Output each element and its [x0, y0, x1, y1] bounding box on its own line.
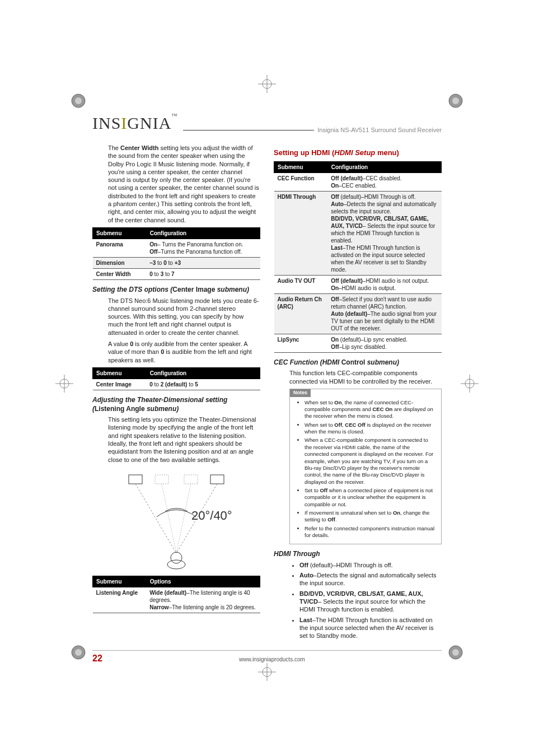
brand-logo: INSIGNIA™ — [92, 112, 177, 134]
page-number: 22 — [92, 653, 102, 665]
doc-title: Insignia NS-AV511 Surround Sound Receive… — [317, 126, 442, 134]
table-row-value: Off (default)–HDMI audio is not output.O… — [327, 275, 441, 293]
table-row-key: Center Width — [93, 268, 147, 279]
table-row-key: HDMI Through — [274, 191, 328, 275]
dts-paragraph-2: A value 0 is only audible from the cente… — [108, 340, 260, 364]
table-row-key: Center Image — [93, 379, 147, 390]
crop-mark — [442, 87, 470, 118]
config-table-hdmi: SubmenuConfiguration CEC FunctionOff (de… — [274, 161, 442, 353]
th-config: Configuration — [146, 227, 260, 239]
dts-paragraph-1: The DTS Neo:6 Music listening mode lets … — [108, 297, 260, 337]
registration-mark — [53, 372, 76, 395]
table-row-value: Off (default)–HDMI Through is off.Auto–D… — [327, 191, 441, 275]
svg-point-19 — [452, 649, 459, 656]
svg-rect-25 — [184, 475, 198, 484]
notes-item: When set to On, the name of connected CE… — [305, 399, 435, 420]
footer-url: www.insigniaproducts.com — [239, 656, 305, 663]
svg-point-15 — [452, 97, 459, 104]
table-row-key: LipSync — [274, 334, 328, 352]
listening-angle-diagram: 20°/40° — [118, 469, 235, 570]
svg-point-17 — [75, 649, 82, 656]
config-table-centerimage: SubmenuConfiguration Center Image0 to 2 … — [92, 367, 260, 390]
notes-item: Refer to the connected component's instr… — [305, 525, 435, 539]
svg-rect-24 — [155, 475, 168, 484]
notes-item: Set to Off when a connected piece of equ… — [305, 487, 435, 508]
table-row-key: Panorama — [93, 239, 147, 257]
table-row-value: 0 to 3 to 7 — [146, 268, 260, 279]
th-submenu: Submenu — [93, 227, 147, 239]
svg-point-29 — [167, 560, 185, 569]
heading-cec-function: CEC Function (HDMI Control submenu) — [274, 358, 442, 367]
notes-item: If movement is unnatural when set to On,… — [305, 510, 435, 524]
table-row-key: Listening Angle — [93, 587, 147, 613]
table-row-key: Dimension — [93, 257, 147, 268]
svg-rect-21 — [210, 475, 224, 484]
crop-mark — [442, 638, 470, 669]
config-table-panorama: SubmenuConfiguration PanoramaOn– Turns t… — [92, 227, 260, 280]
svg-point-13 — [75, 97, 82, 104]
table-row-value: 0 to 2 (default) to 5 — [146, 379, 260, 390]
heading-hdmi-setup: Setting up HDMI (HDMI Setup menu) — [274, 148, 442, 158]
thd-paragraph: This setting lets you optimize the Theat… — [108, 416, 260, 464]
config-table-listeningangle: SubmenuOptions Listening AngleWide (defa… — [92, 576, 260, 613]
table-row-value: Wide (default)–The listening angle is 40… — [146, 587, 260, 613]
crop-mark — [64, 87, 92, 118]
table-row-key: CEC Function — [274, 172, 328, 191]
table-row-value: Off (default)–CEC disabled.On–CEC enable… — [327, 172, 441, 191]
heading-hdmi-through: HDMI Through — [274, 550, 442, 559]
table-row-value: –3 to 0 to +3 — [146, 257, 260, 268]
registration-mark — [256, 73, 278, 95]
cec-paragraph: This function lets CEC-compatible compon… — [289, 369, 442, 385]
list-item: Auto–Detects the signal and automaticall… — [299, 571, 442, 587]
notes-box: Notes When set to On, the name of connec… — [289, 389, 442, 544]
svg-rect-20 — [129, 475, 142, 484]
table-row-key: Audio Return Ch (ARC) — [274, 293, 328, 334]
table-row-value: On– Turns the Panorama function on.Off–T… — [146, 239, 260, 257]
list-item: BD/DVD, VCR/DVR, CBL/SAT, GAME, AUX, TV/… — [299, 590, 442, 614]
heading-theater-dimensional: Adjusting the Theater-Dimensional settin… — [92, 396, 260, 413]
list-item: Last–The HDMI Through function is activa… — [299, 616, 442, 640]
table-row-value: On (default)–Lip sync enabled.Off–Lip sy… — [327, 334, 441, 352]
notes-header: Notes — [290, 389, 311, 397]
notes-item: When a CEC-compatible component is conne… — [305, 437, 435, 485]
svg-line-22 — [135, 484, 176, 553]
header-rule — [183, 130, 314, 130]
notes-item: When set to Off, CEC Off is displayed on… — [305, 422, 435, 436]
svg-line-26 — [162, 484, 176, 553]
hdmi-through-list: Off (default)–HDMI Through is off.Auto–D… — [289, 561, 442, 640]
svg-text:20°/40°: 20°/40° — [191, 508, 232, 522]
crop-mark — [64, 638, 92, 669]
svg-line-27 — [176, 484, 191, 553]
table-row-value: Off–Select if you don't want to use audi… — [327, 293, 441, 334]
intro-paragraph: The Center Width setting lets you adjust… — [108, 144, 260, 224]
heading-dts: Setting the DTS options (Center Image su… — [92, 286, 260, 295]
svg-point-28 — [171, 552, 182, 563]
registration-mark — [458, 372, 481, 395]
list-item: Off (default)–HDMI Through is off. — [299, 561, 442, 569]
table-row-key: Audio TV OUT — [274, 275, 328, 293]
